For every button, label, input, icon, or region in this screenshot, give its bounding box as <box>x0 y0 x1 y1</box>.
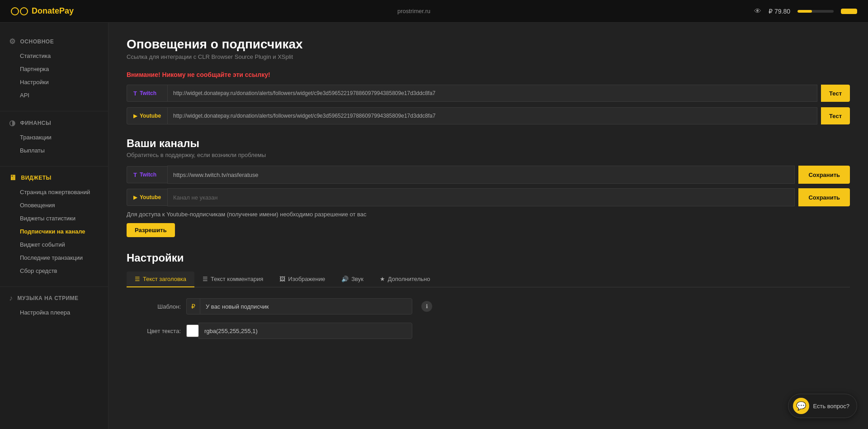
tab-header-text-label: Текст заголовка <box>143 276 186 282</box>
sidebar-item-player-settings[interactable]: Настройка плеера <box>0 306 108 319</box>
sidebar-divider-3 <box>0 286 108 287</box>
widgets-icon: 🖥 <box>9 174 17 182</box>
form-label-color: Цвет текста: <box>127 328 181 334</box>
chat-bubble-icon: 💬 <box>793 398 809 414</box>
chat-label: Есть вопрос? <box>813 403 849 410</box>
twitch-channel-input[interactable] <box>167 166 795 184</box>
main-content: Оповещения о подписчиках Ссылка для инте… <box>108 23 868 429</box>
music-icon: ♪ <box>9 294 13 302</box>
template-info-button[interactable]: ℹ <box>421 301 432 312</box>
tab-header-text-icon: ☰ <box>135 276 140 282</box>
warning-prefix: Внимание! <box>127 71 160 78</box>
youtube-link-input[interactable] <box>167 107 817 124</box>
topbar: DonatePay prostrimer.ru 👁 ₽ 79.80 <box>0 0 868 23</box>
sidebar-section-title-widgets: 🖥 ВИДЖЕТЫ <box>0 170 108 186</box>
sidebar-item-alerts[interactable]: Оповещения <box>0 199 108 212</box>
tab-image-icon: 🖼 <box>279 276 285 282</box>
tab-additional[interactable]: ★ Дополнительно <box>372 272 439 287</box>
sidebar-section-label-music: МУЗЫКА НА СТРИМЕ <box>18 295 79 301</box>
layout: ⚙ ОСНОВНОЕ Статистика Партнерка Настройк… <box>0 23 868 429</box>
tab-header-text[interactable]: ☰ Текст заголовка <box>127 272 194 287</box>
tab-sound-label: Звук <box>351 276 363 282</box>
form-input-group-color <box>186 323 412 339</box>
sidebar-item-transactions[interactable]: Транзакции <box>0 131 108 144</box>
template-input[interactable] <box>200 298 412 315</box>
youtube-test-button[interactable]: Тест <box>821 107 850 124</box>
gear-icon: ⚙ <box>9 37 16 46</box>
twitch-channel-row: T Twitch Сохранить <box>127 166 850 184</box>
sidebar-item-donations-page[interactable]: Страница пожертвований <box>0 186 108 199</box>
sidebar-item-last-transactions[interactable]: Последние транзакции <box>0 251 108 264</box>
youtube-channel-input[interactable] <box>167 188 795 206</box>
site-url: prostrimer.ru <box>397 8 430 14</box>
tab-sound-icon: 🔊 <box>341 276 349 282</box>
topbar-right: 👁 ₽ 79.80 <box>754 7 857 15</box>
twitch-save-button[interactable]: Сохранить <box>798 166 850 184</box>
form-row-template: Шаблон: ₽ ℹ <box>127 298 850 315</box>
twitch-link-row: T Twitch Тест <box>127 85 850 102</box>
channels-title: Ваши каналы <box>127 137 850 150</box>
youtube-label: Youtube <box>140 113 161 119</box>
youtube-note: Для доступа к Youtube-подписчикам (получ… <box>127 211 850 218</box>
sidebar-item-stats-widgets[interactable]: Виджеты статистики <box>0 212 108 225</box>
tab-comment-text-label: Текст комментария <box>211 276 263 282</box>
tab-image-label: Изображение <box>288 276 325 282</box>
sidebar-section-basic: ⚙ ОСНОВНОЕ Статистика Партнерка Настройк… <box>0 33 108 102</box>
sidebar-section-label-widgets: ВИДЖЕТЫ <box>21 175 52 181</box>
tab-additional-label: Дополнительно <box>388 276 430 282</box>
logo-icon <box>11 7 28 15</box>
logo-text: DonatePay <box>32 6 74 16</box>
topup-button[interactable] <box>841 9 857 14</box>
youtube-channel-icon: ▶ <box>133 195 137 200</box>
sidebar-section-title-finance: ◑ ФИНАНСЫ <box>0 115 108 131</box>
sidebar-section-music: ♪ МУЗЫКА НА СТРИМЕ Настройка плеера <box>0 291 108 319</box>
form-row-color: Цвет текста: <box>127 323 850 339</box>
sidebar-divider-2 <box>0 166 108 167</box>
sidebar-item-payouts[interactable]: Выплаты <box>0 144 108 157</box>
form-input-group-template: ₽ <box>186 298 412 315</box>
sidebar-section-title-basic: ⚙ ОСНОВНОЕ <box>0 33 108 49</box>
twitch-link-input[interactable] <box>167 85 817 102</box>
twitch-test-button[interactable]: Тест <box>821 85 850 102</box>
sidebar-item-subscribers[interactable]: Подписчики на канале <box>0 225 108 238</box>
form-label-template: Шаблон: <box>127 303 181 310</box>
youtube-link-row: ▶ Youtube Тест <box>127 107 850 124</box>
sidebar-section-label-basic: ОСНОВНОЕ <box>20 38 54 45</box>
form-prefix-template: ₽ <box>186 298 200 315</box>
color-swatch[interactable] <box>186 324 199 337</box>
balance-bar <box>797 10 834 13</box>
balance: ₽ 79.80 <box>769 8 790 15</box>
tab-sound[interactable]: 🔊 Звук <box>333 272 372 287</box>
sidebar-item-events-widget[interactable]: Виджет событий <box>0 238 108 251</box>
settings-title: Настройки <box>127 252 850 264</box>
tab-comment-text[interactable]: ☰ Текст комментария <box>194 272 271 287</box>
page-title: Оповещения о подписчиках <box>127 37 850 52</box>
youtube-save-button[interactable]: Сохранить <box>798 188 850 206</box>
tab-additional-icon: ★ <box>380 276 385 282</box>
youtube-icon: ▶ <box>133 113 137 119</box>
page-subtitle: Ссылка для интеграции с CLR Browser Sour… <box>127 53 850 60</box>
finance-icon: ◑ <box>9 119 16 127</box>
chat-widget[interactable]: 💬 Есть вопрос? <box>788 394 857 418</box>
sidebar-item-partner[interactable]: Партнерка <box>0 62 108 76</box>
channels-subtitle: Обратитесь в поддержку, если возникли пр… <box>127 152 850 158</box>
sidebar: ⚙ ОСНОВНОЕ Статистика Партнерка Настройк… <box>0 23 108 429</box>
twitch-channel-badge: T Twitch <box>127 166 167 183</box>
sidebar-item-stats[interactable]: Статистика <box>0 49 108 62</box>
youtube-channel-row: ▶ Youtube Сохранить <box>127 188 850 206</box>
sidebar-item-fundraising[interactable]: Сбор средств <box>0 264 108 277</box>
sidebar-item-settings[interactable]: Настройки <box>0 76 108 89</box>
warning-body: Никому не сообщайте эти ссылку! <box>162 71 270 78</box>
youtube-channel-label: Youtube <box>140 194 161 200</box>
eye-icon[interactable]: 👁 <box>754 7 761 15</box>
logo[interactable]: DonatePay <box>11 6 74 16</box>
twitch-badge: T Twitch <box>127 85 167 102</box>
sidebar-item-api[interactable]: API <box>0 89 108 102</box>
twitch-channel-icon: T <box>133 172 137 178</box>
youtube-channel-badge: ▶ Youtube <box>127 189 167 206</box>
tab-image[interactable]: 🖼 Изображение <box>271 272 333 287</box>
allow-button[interactable]: Разрешить <box>127 223 175 237</box>
sidebar-divider-1 <box>0 111 108 111</box>
color-input[interactable] <box>198 323 412 339</box>
sidebar-section-label-finance: ФИНАНСЫ <box>20 120 52 126</box>
